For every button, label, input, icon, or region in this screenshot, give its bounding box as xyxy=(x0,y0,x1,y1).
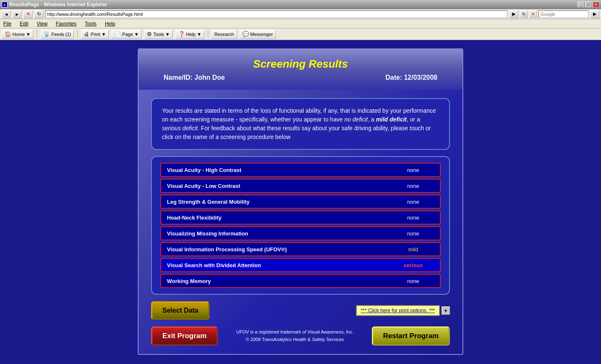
print-options-link[interactable]: *** Click here for print options. *** xyxy=(356,305,440,316)
menu-view[interactable]: View xyxy=(35,20,49,28)
result-value-3: none xyxy=(390,215,440,221)
messenger-button[interactable]: 💬 Messenger xyxy=(240,30,276,39)
footer-center: UFOV is a registered trademark of Visual… xyxy=(236,329,354,343)
result-name-0: Visual Acuity - High Contrast xyxy=(161,167,390,173)
result-row-5[interactable]: Visual Information Processing Speed (UFO… xyxy=(160,242,441,256)
name-id-field: Name/ID: John Doe xyxy=(164,74,225,81)
print-button[interactable]: 🖨 Print ▼ xyxy=(81,30,109,39)
result-name-7: Working Memory xyxy=(161,278,390,284)
home-button[interactable]: 🏠 Home ▼ xyxy=(2,30,33,39)
result-row-3[interactable]: Head-Neck Flexibility none xyxy=(160,210,441,225)
refresh-button[interactable]: ↻ xyxy=(34,10,43,18)
help-dropdown-icon[interactable]: ▼ xyxy=(197,32,202,37)
menu-tools[interactable]: Tools xyxy=(83,20,98,28)
results-area: Visual Acuity - High Contrast none Visua… xyxy=(151,156,450,295)
tools-button[interactable]: ⚙ Tools ▼ xyxy=(144,30,173,39)
print-dropdown-icon[interactable]: ▼ xyxy=(101,32,106,37)
search-go-button[interactable]: ▶ xyxy=(590,10,599,18)
print-dropdown-button[interactable]: ▼ xyxy=(442,306,450,315)
info-text-3: , or a xyxy=(407,116,420,123)
maximize-button[interactable]: □ xyxy=(585,2,592,8)
footer-buttons: Exit Program UFOV is a registered tradem… xyxy=(151,326,450,346)
name-label: Name/ID: xyxy=(164,74,192,81)
result-name-1: Visual Acuity - Low Contrast xyxy=(161,183,390,189)
menu-file[interactable]: File xyxy=(2,20,13,28)
window-title: ResultsPage - Windows Internet Explorer xyxy=(9,2,107,8)
home-icon: 🏠 xyxy=(5,31,11,37)
result-value-4: none xyxy=(390,230,440,237)
page-container: Screening Results Name/ID: John Doe Date… xyxy=(138,48,463,355)
main-content: Screening Results Name/ID: John Doe Date… xyxy=(0,40,601,363)
result-name-3: Head-Neck Flexibility xyxy=(161,215,390,221)
menu-favorites[interactable]: Favorites xyxy=(54,20,78,28)
tools-dropdown-icon[interactable]: ▼ xyxy=(165,32,170,37)
info-box: Your results are stated in terms of the … xyxy=(151,98,450,150)
bottom-section: Select Data *** Click here for print opt… xyxy=(151,301,450,320)
minimize-button[interactable]: _ xyxy=(578,2,584,8)
result-row-4[interactable]: Visualizing Missing Information none xyxy=(160,226,441,240)
refresh-icon-btn[interactable]: ↻ xyxy=(520,10,528,18)
menu-edit[interactable]: Edit xyxy=(18,20,30,28)
name-value: John Doe xyxy=(194,74,225,81)
stop-icon-btn[interactable]: ✕ xyxy=(529,10,537,18)
info-italic-1: no deficit xyxy=(344,116,368,123)
forward-button[interactable]: ► xyxy=(13,10,22,18)
result-name-4: Visualizing Missing Information xyxy=(161,230,390,237)
feeds-button[interactable]: 📡 Feeds (1) xyxy=(40,30,74,39)
result-value-6: serious xyxy=(390,262,440,268)
menu-help[interactable]: Help xyxy=(103,20,117,28)
result-value-2: none xyxy=(390,199,440,205)
print-options-container: *** Click here for print options. *** ▼ xyxy=(356,305,450,316)
address-input[interactable] xyxy=(45,10,508,18)
page-title: Screening Results xyxy=(147,58,454,71)
result-row-6[interactable]: Visual Search with Divided Attention ser… xyxy=(160,258,441,272)
result-value-0: none xyxy=(390,167,440,173)
info-text-2: , a xyxy=(368,116,376,123)
result-value-7: none xyxy=(390,278,440,284)
search-input[interactable] xyxy=(538,10,588,18)
info-italic-3: serious deficit xyxy=(162,125,198,131)
info-text-4: . For feedback about what these results … xyxy=(162,125,431,140)
page-icon: 📄 xyxy=(114,31,121,37)
toolbar-separator-2 xyxy=(77,30,78,38)
window-controls[interactable]: _ □ ✕ xyxy=(578,2,599,8)
address-bar: ◄ ► ✕ ↻ ▶ ↻ ✕ ▶ xyxy=(0,9,601,19)
stop-button[interactable]: ✕ xyxy=(23,10,33,18)
exit-program-button[interactable]: Exit Program xyxy=(151,326,218,346)
footer-line-2: © 2008 TransAnalytics Health & Safety Se… xyxy=(236,336,354,344)
menu-bar: File Edit View Favorites Tools Help xyxy=(0,19,601,28)
print-icon: 🖨 xyxy=(84,31,89,37)
close-button[interactable]: ✕ xyxy=(593,2,599,8)
name-date-row: Name/ID: John Doe Date: 12/03/2008 xyxy=(147,74,454,81)
result-row-0[interactable]: Visual Acuity - High Contrast none xyxy=(160,163,441,177)
toolbar: 🏠 Home ▼ 📡 Feeds (1) 🖨 Print ▼ 📄 Page ▼ … xyxy=(0,28,601,40)
home-dropdown-icon[interactable]: ▼ xyxy=(26,32,30,37)
back-button[interactable]: ◄ xyxy=(2,10,11,18)
go-button[interactable]: ▶ xyxy=(509,10,518,18)
page-button[interactable]: 📄 Page ▼ xyxy=(111,30,142,39)
result-name-5: Visual Information Processing Speed (UFO… xyxy=(161,246,390,253)
research-button[interactable]: Research xyxy=(212,30,237,39)
toolbar-separator-1 xyxy=(37,30,37,38)
date-field: Date: 12/03/2008 xyxy=(385,74,437,81)
feeds-icon: 📡 xyxy=(43,31,50,37)
help-icon: ❓ xyxy=(178,31,185,37)
result-name-6: Visual Search with Divided Attention xyxy=(161,262,390,268)
title-bar: e ResultsPage - Windows Internet Explore… xyxy=(0,0,601,9)
app-icon: e xyxy=(2,2,8,8)
toolbar-separator-3 xyxy=(208,30,208,38)
page-dropdown-icon[interactable]: ▼ xyxy=(134,32,139,37)
result-value-5: mild xyxy=(390,246,440,253)
restart-program-button[interactable]: Restart Program xyxy=(372,326,450,346)
result-value-1: none xyxy=(390,183,440,189)
date-label: Date: xyxy=(385,74,402,81)
result-row-1[interactable]: Visual Acuity - Low Contrast none xyxy=(160,179,441,193)
tools-icon: ⚙ xyxy=(147,31,152,37)
footer-line-1: UFOV is a registered trademark of Visual… xyxy=(236,329,354,336)
result-row-7[interactable]: Working Memory none xyxy=(160,274,441,288)
page-header: Screening Results Name/ID: John Doe Date… xyxy=(139,49,462,90)
date-value: 12/03/2008 xyxy=(404,74,437,81)
select-data-button[interactable]: Select Data xyxy=(151,301,210,320)
help-button[interactable]: ❓ Help ▼ xyxy=(175,30,205,39)
result-row-2[interactable]: Leg Strength & General Mobility none xyxy=(160,195,441,209)
